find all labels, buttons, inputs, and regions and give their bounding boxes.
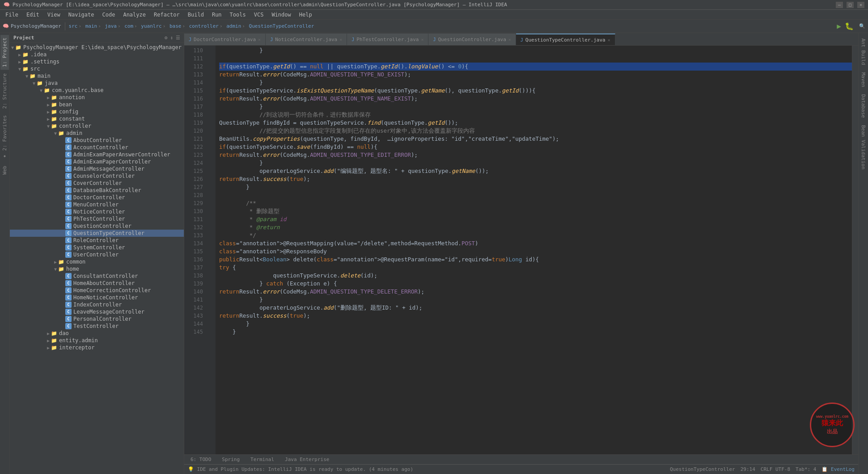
menu-item-navigate[interactable]: Navigate (65, 11, 98, 19)
sidebar-item-dao[interactable]: ▶📁dao (10, 330, 184, 337)
sidebar-item-adminexampapercontroller[interactable]: CAdminExamPaperController (10, 158, 184, 165)
sidebar-item-adminmessagecontroller[interactable]: CAdminMessageController (10, 165, 184, 172)
bottom-tab-terminal[interactable]: Terminal (248, 456, 277, 463)
code-line-138[interactable]: questionTypeService.delete(id); (219, 272, 852, 280)
right-panel-maven[interactable]: Maven (859, 69, 868, 91)
code-line-143[interactable]: return Result.success(true); (219, 312, 852, 320)
code-line-145[interactable]: } (219, 328, 852, 336)
sidebar-item-home[interactable]: ▼📁home (10, 265, 184, 273)
code-line-131[interactable]: * @param id (219, 215, 852, 223)
toolbar-run-icon[interactable]: ▶ (837, 22, 841, 30)
sidebar-item-noticecontroller[interactable]: CNoticeController (10, 208, 184, 215)
sidebar-item-databasebakcontroller[interactable]: CDatabaseBakController (10, 187, 184, 194)
code-line-120[interactable]: //把提交的题型信息指定字段复制到已存在的user对象中,该方法会覆盖新字段内容 (219, 127, 852, 135)
close-button[interactable]: ✕ (857, 2, 864, 8)
code-line-141[interactable]: } (219, 296, 852, 304)
code-line-110[interactable]: } (219, 46, 852, 55)
sidebar-item-common[interactable]: ▶📁common (10, 258, 184, 265)
menu-item-vcs[interactable]: VCS (250, 11, 267, 19)
code-line-130[interactable]: * 删除题型 (219, 207, 852, 215)
menu-item-analyze[interactable]: Analyze (119, 11, 149, 19)
sidebar-item-indexcontroller[interactable]: CIndexController (10, 301, 184, 308)
sidebar-item-leavemessagecontroller[interactable]: CLeaveMessageController (10, 308, 184, 315)
sidebar-item-entity.admin[interactable]: ▶📁entity.admin (10, 337, 184, 344)
sidebar-item-psychologymanagere:\idea_space\psychologymanager[interactable]: ▼📁PsychologyManager E:\idea_space\Psycho… (10, 44, 184, 51)
project-tab[interactable]: 1: Project (0, 35, 9, 70)
sidebar-item-systemcontroller[interactable]: CSystemController (10, 244, 184, 251)
code-line-127[interactable]: } (219, 183, 852, 191)
code-line-121[interactable]: BeanUtils.copyProperties(questionType, f… (219, 135, 852, 143)
sidebar-item-aboutcontroller[interactable]: CAboutController (10, 137, 184, 144)
sidebar-item-java[interactable]: ▼📁java (10, 80, 184, 87)
code-line-129[interactable]: /** (219, 199, 852, 207)
sidebar-item-interceptor[interactable]: ▶📁interceptor (10, 344, 184, 351)
sidebar-item-homenoticecontroller[interactable]: CHomeNoticeController (10, 294, 184, 301)
code-line-115[interactable]: if(questionTypeService.isExistQuestionTy… (219, 87, 852, 95)
tab-QuestionTypeController-java[interactable]: JQuestionTypeController.java✕ (516, 34, 615, 45)
code-content[interactable]: } if(questionType.getId() == null || que… (216, 46, 852, 454)
sidebar-item-questioncontroller[interactable]: CQuestionController (10, 222, 184, 230)
bottom-tab-6:-todo[interactable]: 6: TODO (188, 456, 214, 463)
structure-tab[interactable]: 2: Structure (0, 71, 9, 111)
sidebar-item-annotion[interactable]: ▶📁annotion (10, 94, 184, 101)
sidebar-item-homecorrectioncontroller[interactable]: CHomeCorrectionController (10, 287, 184, 294)
code-line-119[interactable]: QuestionType findById = questionTypeServ… (219, 119, 852, 127)
menu-item-help[interactable]: Help (296, 11, 316, 19)
menu-item-window[interactable]: Window (268, 11, 294, 19)
sidebar-item-homeaboutcontroller[interactable]: CHomeAboutController (10, 280, 184, 287)
right-panel-ant-build[interactable]: Ant Build (859, 35, 868, 69)
code-line-112[interactable]: if(questionType.getId() == null || quest… (219, 63, 852, 71)
code-line-144[interactable]: } (219, 320, 852, 328)
right-panel-database[interactable]: Database (859, 91, 868, 122)
sidebar-item-controller[interactable]: ▼📁controller (10, 122, 184, 130)
code-line-117[interactable]: } (219, 103, 852, 111)
toolbar-project-name[interactable]: PsychologyManager (11, 23, 61, 29)
menu-item-run[interactable]: Run (208, 11, 225, 19)
sidebar-item-.settings[interactable]: ▶📁.settings (10, 58, 184, 65)
sidebar-item-usercontroller[interactable]: CUserController (10, 251, 184, 258)
sidebar-item-admin[interactable]: ▼📁admin (10, 130, 184, 137)
menu-item-build[interactable]: Build (184, 11, 207, 19)
code-line-134[interactable]: class="annotation">@RequestMapping(value… (219, 239, 852, 247)
code-line-135[interactable]: class="annotation">@ResponseBody (219, 247, 852, 256)
sidebar-item-.idea[interactable]: ▶📁.idea (10, 51, 184, 58)
menu-item-file[interactable]: File (2, 11, 22, 19)
sidebar-item-rolecontroller[interactable]: CRoleController (10, 237, 184, 244)
right-panel-bean-validation[interactable]: Bean Validation (859, 122, 868, 173)
code-line-116[interactable]: return Result.error(CodeMsg.ADMIN_QUESTI… (219, 95, 852, 103)
sidebar-item-main[interactable]: ▼📁main (10, 72, 184, 80)
tab-QuestionController-java[interactable]: JQuestionController.java✕ (428, 34, 516, 45)
menu-item-edit[interactable]: Edit (23, 11, 43, 19)
sidebar-item-config[interactable]: ▶📁config (10, 108, 184, 115)
code-line-133[interactable]: */ (219, 231, 852, 239)
sidebar-item-adminexampaperanswercontroller[interactable]: CAdminExamPaperAnswerController (10, 151, 184, 158)
toolbar-search-icon[interactable]: 🔍 (859, 23, 865, 29)
code-line-126[interactable]: return Result.success(true); (219, 175, 852, 183)
minimize-button[interactable]: — (836, 2, 843, 8)
sidebar-expand-icon[interactable]: ↕ (170, 35, 173, 41)
sidebar-item-consultantcontroller[interactable]: CConsultantController (10, 273, 184, 280)
sidebar-item-testcontroller[interactable]: CTestController (10, 323, 184, 330)
tab-PhTestController-java[interactable]: JPhTestController.java✕ (347, 34, 428, 45)
sidebar-item-com.yuanlrc.base[interactable]: ▼📁com.yuanlrc.base (10, 87, 184, 94)
sidebar-item-personalcontroller[interactable]: CPersonalController (10, 315, 184, 323)
sidebar-item-counselorcontroller[interactable]: CCounselorController (10, 172, 184, 180)
sidebar-item-doctorcontroller[interactable]: CDoctorController (10, 194, 184, 201)
sidebar-item-accountcontroller[interactable]: CAccountController (10, 144, 184, 151)
maximize-button[interactable]: □ (847, 2, 854, 8)
sidebar-item-phtestcontroller[interactable]: CPhTestController (10, 215, 184, 222)
web-tab[interactable]: Web (0, 163, 9, 177)
code-line-113[interactable]: return Result.error(CodeMsg.ADMIN_QUESTI… (219, 71, 852, 79)
bottom-tab-spring[interactable]: Spring (219, 456, 242, 463)
favorites-tab[interactable]: ★ 2: Favorites (0, 113, 9, 162)
code-line-123[interactable]: return Result.error(CodeMsg.ADMIN_QUESTI… (219, 151, 852, 159)
code-line-128[interactable] (219, 191, 852, 199)
menu-item-tools[interactable]: Tools (226, 11, 250, 19)
code-line-137[interactable]: try { (219, 264, 852, 272)
code-line-139[interactable]: } catch (Exception e) { (219, 280, 852, 288)
code-line-142[interactable]: operaterLogService.add("删除题型, 题型ID: " + … (219, 304, 852, 312)
code-line-140[interactable]: return Result.error(CodeMsg.ADMIN_QUESTI… (219, 288, 852, 296)
bottom-tab-java-enterprise[interactable]: Java Enterprise (282, 456, 332, 463)
tab-NoticeController-java[interactable]: JNoticeController.java✕ (266, 34, 347, 45)
sidebar-menu-icon[interactable]: ☰ (176, 35, 180, 41)
